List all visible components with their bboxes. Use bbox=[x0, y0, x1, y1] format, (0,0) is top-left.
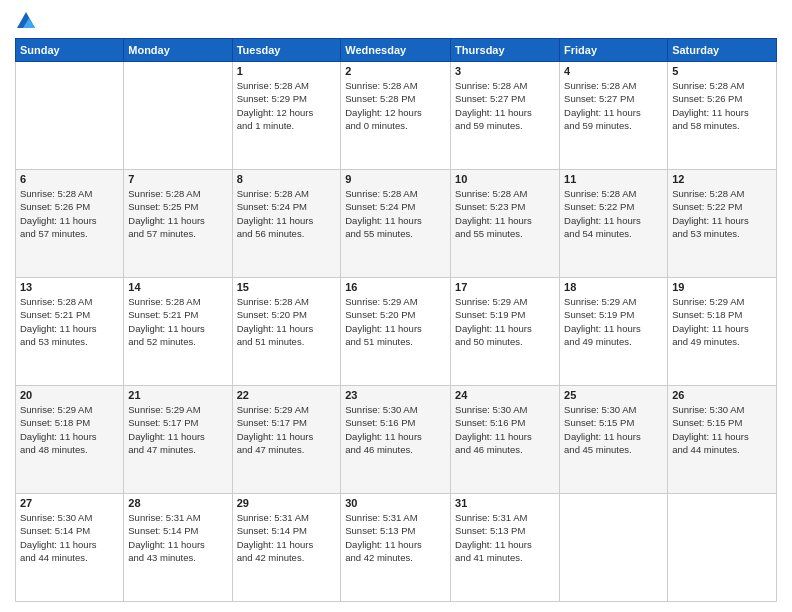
day-number: 15 bbox=[237, 281, 337, 293]
day-info: Sunrise: 5:31 AM Sunset: 5:14 PM Dayligh… bbox=[128, 511, 227, 564]
logo bbox=[15, 10, 41, 32]
day-number: 8 bbox=[237, 173, 337, 185]
calendar-cell: 28Sunrise: 5:31 AM Sunset: 5:14 PM Dayli… bbox=[124, 494, 232, 602]
day-number: 24 bbox=[455, 389, 555, 401]
day-number: 26 bbox=[672, 389, 772, 401]
day-info: Sunrise: 5:29 AM Sunset: 5:17 PM Dayligh… bbox=[128, 403, 227, 456]
weekday-header-wednesday: Wednesday bbox=[341, 39, 451, 62]
day-info: Sunrise: 5:28 AM Sunset: 5:27 PM Dayligh… bbox=[564, 79, 663, 132]
weekday-header-row: SundayMondayTuesdayWednesdayThursdayFrid… bbox=[16, 39, 777, 62]
calendar-cell bbox=[16, 62, 124, 170]
day-number: 13 bbox=[20, 281, 119, 293]
weekday-header-tuesday: Tuesday bbox=[232, 39, 341, 62]
day-number: 25 bbox=[564, 389, 663, 401]
day-number: 7 bbox=[128, 173, 227, 185]
weekday-header-saturday: Saturday bbox=[668, 39, 777, 62]
day-number: 23 bbox=[345, 389, 446, 401]
day-number: 6 bbox=[20, 173, 119, 185]
day-number: 1 bbox=[237, 65, 337, 77]
day-info: Sunrise: 5:28 AM Sunset: 5:20 PM Dayligh… bbox=[237, 295, 337, 348]
day-info: Sunrise: 5:28 AM Sunset: 5:22 PM Dayligh… bbox=[672, 187, 772, 240]
day-number: 18 bbox=[564, 281, 663, 293]
day-number: 16 bbox=[345, 281, 446, 293]
calendar-cell: 5Sunrise: 5:28 AM Sunset: 5:26 PM Daylig… bbox=[668, 62, 777, 170]
calendar-cell: 4Sunrise: 5:28 AM Sunset: 5:27 PM Daylig… bbox=[560, 62, 668, 170]
calendar-cell: 30Sunrise: 5:31 AM Sunset: 5:13 PM Dayli… bbox=[341, 494, 451, 602]
calendar-cell: 14Sunrise: 5:28 AM Sunset: 5:21 PM Dayli… bbox=[124, 278, 232, 386]
day-info: Sunrise: 5:28 AM Sunset: 5:27 PM Dayligh… bbox=[455, 79, 555, 132]
day-number: 17 bbox=[455, 281, 555, 293]
day-info: Sunrise: 5:28 AM Sunset: 5:21 PM Dayligh… bbox=[128, 295, 227, 348]
day-info: Sunrise: 5:28 AM Sunset: 5:23 PM Dayligh… bbox=[455, 187, 555, 240]
day-info: Sunrise: 5:28 AM Sunset: 5:24 PM Dayligh… bbox=[345, 187, 446, 240]
header bbox=[15, 10, 777, 32]
calendar-cell bbox=[668, 494, 777, 602]
day-info: Sunrise: 5:29 AM Sunset: 5:17 PM Dayligh… bbox=[237, 403, 337, 456]
weekday-header-sunday: Sunday bbox=[16, 39, 124, 62]
calendar-week-2: 6Sunrise: 5:28 AM Sunset: 5:26 PM Daylig… bbox=[16, 170, 777, 278]
calendar-week-4: 20Sunrise: 5:29 AM Sunset: 5:18 PM Dayli… bbox=[16, 386, 777, 494]
day-info: Sunrise: 5:30 AM Sunset: 5:14 PM Dayligh… bbox=[20, 511, 119, 564]
weekday-header-thursday: Thursday bbox=[451, 39, 560, 62]
calendar-cell bbox=[124, 62, 232, 170]
day-info: Sunrise: 5:29 AM Sunset: 5:18 PM Dayligh… bbox=[20, 403, 119, 456]
day-info: Sunrise: 5:29 AM Sunset: 5:20 PM Dayligh… bbox=[345, 295, 446, 348]
day-number: 10 bbox=[455, 173, 555, 185]
calendar-cell: 25Sunrise: 5:30 AM Sunset: 5:15 PM Dayli… bbox=[560, 386, 668, 494]
calendar-cell: 21Sunrise: 5:29 AM Sunset: 5:17 PM Dayli… bbox=[124, 386, 232, 494]
logo-icon bbox=[15, 10, 37, 32]
day-info: Sunrise: 5:28 AM Sunset: 5:22 PM Dayligh… bbox=[564, 187, 663, 240]
day-info: Sunrise: 5:30 AM Sunset: 5:16 PM Dayligh… bbox=[455, 403, 555, 456]
day-info: Sunrise: 5:28 AM Sunset: 5:25 PM Dayligh… bbox=[128, 187, 227, 240]
calendar-cell: 23Sunrise: 5:30 AM Sunset: 5:16 PM Dayli… bbox=[341, 386, 451, 494]
calendar-cell: 12Sunrise: 5:28 AM Sunset: 5:22 PM Dayli… bbox=[668, 170, 777, 278]
day-info: Sunrise: 5:30 AM Sunset: 5:15 PM Dayligh… bbox=[672, 403, 772, 456]
day-number: 4 bbox=[564, 65, 663, 77]
day-number: 20 bbox=[20, 389, 119, 401]
day-info: Sunrise: 5:31 AM Sunset: 5:13 PM Dayligh… bbox=[455, 511, 555, 564]
day-info: Sunrise: 5:28 AM Sunset: 5:26 PM Dayligh… bbox=[672, 79, 772, 132]
day-info: Sunrise: 5:31 AM Sunset: 5:14 PM Dayligh… bbox=[237, 511, 337, 564]
calendar-cell: 31Sunrise: 5:31 AM Sunset: 5:13 PM Dayli… bbox=[451, 494, 560, 602]
calendar-cell: 18Sunrise: 5:29 AM Sunset: 5:19 PM Dayli… bbox=[560, 278, 668, 386]
day-info: Sunrise: 5:29 AM Sunset: 5:19 PM Dayligh… bbox=[564, 295, 663, 348]
day-number: 19 bbox=[672, 281, 772, 293]
calendar-cell: 10Sunrise: 5:28 AM Sunset: 5:23 PM Dayli… bbox=[451, 170, 560, 278]
calendar-cell: 16Sunrise: 5:29 AM Sunset: 5:20 PM Dayli… bbox=[341, 278, 451, 386]
calendar-cell: 6Sunrise: 5:28 AM Sunset: 5:26 PM Daylig… bbox=[16, 170, 124, 278]
day-number: 30 bbox=[345, 497, 446, 509]
day-number: 31 bbox=[455, 497, 555, 509]
calendar-cell: 17Sunrise: 5:29 AM Sunset: 5:19 PM Dayli… bbox=[451, 278, 560, 386]
calendar-week-1: 1Sunrise: 5:28 AM Sunset: 5:29 PM Daylig… bbox=[16, 62, 777, 170]
calendar-cell: 3Sunrise: 5:28 AM Sunset: 5:27 PM Daylig… bbox=[451, 62, 560, 170]
calendar-cell: 15Sunrise: 5:28 AM Sunset: 5:20 PM Dayli… bbox=[232, 278, 341, 386]
day-info: Sunrise: 5:28 AM Sunset: 5:29 PM Dayligh… bbox=[237, 79, 337, 132]
day-info: Sunrise: 5:29 AM Sunset: 5:18 PM Dayligh… bbox=[672, 295, 772, 348]
page: SundayMondayTuesdayWednesdayThursdayFrid… bbox=[0, 0, 792, 612]
day-info: Sunrise: 5:28 AM Sunset: 5:21 PM Dayligh… bbox=[20, 295, 119, 348]
day-info: Sunrise: 5:28 AM Sunset: 5:26 PM Dayligh… bbox=[20, 187, 119, 240]
calendar-table: SundayMondayTuesdayWednesdayThursdayFrid… bbox=[15, 38, 777, 602]
day-number: 9 bbox=[345, 173, 446, 185]
calendar-cell: 27Sunrise: 5:30 AM Sunset: 5:14 PM Dayli… bbox=[16, 494, 124, 602]
weekday-header-monday: Monday bbox=[124, 39, 232, 62]
day-info: Sunrise: 5:28 AM Sunset: 5:28 PM Dayligh… bbox=[345, 79, 446, 132]
calendar-cell: 19Sunrise: 5:29 AM Sunset: 5:18 PM Dayli… bbox=[668, 278, 777, 386]
weekday-header-friday: Friday bbox=[560, 39, 668, 62]
day-number: 5 bbox=[672, 65, 772, 77]
day-number: 12 bbox=[672, 173, 772, 185]
day-number: 22 bbox=[237, 389, 337, 401]
calendar-cell: 24Sunrise: 5:30 AM Sunset: 5:16 PM Dayli… bbox=[451, 386, 560, 494]
calendar-cell: 20Sunrise: 5:29 AM Sunset: 5:18 PM Dayli… bbox=[16, 386, 124, 494]
calendar-cell: 7Sunrise: 5:28 AM Sunset: 5:25 PM Daylig… bbox=[124, 170, 232, 278]
calendar-cell: 11Sunrise: 5:28 AM Sunset: 5:22 PM Dayli… bbox=[560, 170, 668, 278]
calendar-cell bbox=[560, 494, 668, 602]
day-number: 3 bbox=[455, 65, 555, 77]
calendar-cell: 8Sunrise: 5:28 AM Sunset: 5:24 PM Daylig… bbox=[232, 170, 341, 278]
day-number: 11 bbox=[564, 173, 663, 185]
calendar-week-3: 13Sunrise: 5:28 AM Sunset: 5:21 PM Dayli… bbox=[16, 278, 777, 386]
day-number: 21 bbox=[128, 389, 227, 401]
day-number: 2 bbox=[345, 65, 446, 77]
calendar-cell: 1Sunrise: 5:28 AM Sunset: 5:29 PM Daylig… bbox=[232, 62, 341, 170]
day-info: Sunrise: 5:31 AM Sunset: 5:13 PM Dayligh… bbox=[345, 511, 446, 564]
